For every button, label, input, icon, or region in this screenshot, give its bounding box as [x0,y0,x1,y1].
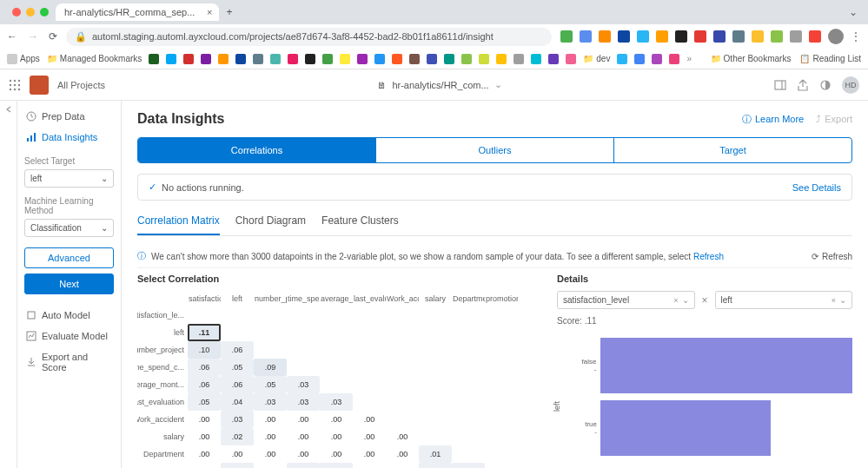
matrix-cell[interactable]: .03 [221,411,254,428]
ext-icon[interactable] [618,30,630,43]
matrix-cell[interactable] [320,324,353,341]
matrix-cell[interactable]: .00 [287,445,320,463]
matrix-cell[interactable] [419,393,452,411]
matrix-cell[interactable] [485,393,518,411]
ext-icon[interactable] [599,30,611,43]
clear-icon[interactable]: × [673,296,678,305]
matrix-cell[interactable]: .00 [188,445,221,463]
matrix-cell[interactable]: .00 [188,463,221,468]
matrix-cell[interactable] [452,428,485,445]
reload-button[interactable]: ⟳ [49,30,57,43]
matrix-cell[interactable] [485,463,518,468]
matrix-cell[interactable]: .05 [221,359,254,376]
matrix-cell[interactable]: .06 [221,376,254,393]
bookmark-icon[interactable] [617,54,627,64]
tab-target[interactable]: Target [614,138,851,162]
bookmark-icon[interactable] [531,54,541,64]
bookmark-icon[interactable] [461,54,472,64]
matrix-cell[interactable] [452,411,485,428]
profile-avatar-icon[interactable] [828,29,844,44]
refresh-link[interactable]: Refresh [693,252,724,261]
advanced-button[interactable]: Advanced [24,247,114,268]
learn-more-link[interactable]: ⓘLearn More [742,113,804,126]
matrix-cell[interactable]: .02 [221,428,254,445]
matrix-cell[interactable] [254,341,287,359]
matrix-cell[interactable]: .10 [188,341,221,359]
see-details-link[interactable]: See Details [792,182,841,193]
matrix-cell[interactable]: .03 [287,376,320,393]
matrix-cell[interactable] [287,359,320,376]
next-button[interactable]: Next [24,274,114,294]
matrix-cell[interactable] [452,393,485,411]
matrix-cell[interactable] [287,341,320,359]
matrix-cell[interactable] [485,428,518,445]
matrix-cell[interactable] [485,341,518,359]
matrix-cell[interactable]: .00 [353,411,386,428]
matrix-cell[interactable] [485,376,518,393]
matrix-cell[interactable] [221,307,254,324]
bookmark-icon[interactable] [183,54,194,64]
matrix-cell[interactable] [320,376,353,393]
chevron-down-icon[interactable]: ⌄ [844,6,863,18]
matrix-cell[interactable] [485,307,518,324]
matrix-cell[interactable]: .00 [287,411,320,428]
matrix-cell[interactable]: .00 [188,411,221,428]
bookmark-icon[interactable] [166,54,176,64]
matrix-cell[interactable]: .06 [188,376,221,393]
bookmark-icon[interactable] [322,54,333,64]
tab-outliers[interactable]: Outliers [376,138,614,162]
matrix-cell[interactable] [485,411,518,428]
sidebar-item-automodel[interactable]: Auto Model [24,305,114,326]
matrix-cell[interactable] [353,324,386,341]
managed-bookmarks[interactable]: 📁Managed Bookmarks [47,54,142,63]
matrix-cell[interactable]: .01 [320,463,353,468]
bookmark-icon[interactable] [340,54,350,64]
ext-icon[interactable] [656,30,668,43]
matrix-cell[interactable]: .01 [287,463,320,468]
menu-icon[interactable]: ⋮ [851,30,861,43]
refresh-button[interactable]: ⟳Refresh [812,252,852,261]
bookmark-icon[interactable] [374,54,385,64]
clear-icon[interactable]: × [832,296,836,305]
matrix-cell[interactable]: .05 [254,376,287,393]
back-button[interactable]: ← [7,30,17,43]
bookmark-icon[interactable] [514,54,524,64]
subtab-chord[interactable]: Chord Diagram [235,209,306,235]
matrix-cell[interactable] [386,359,419,376]
matrix-cell[interactable] [188,307,221,324]
matrix-cell[interactable] [386,376,419,393]
bookmark-icon[interactable] [548,54,559,64]
matrix-cell[interactable]: .00 [320,411,353,428]
ext-icon[interactable] [560,30,573,43]
matrix-cell[interactable]: .03 [254,393,287,411]
matrix-cell[interactable] [386,307,419,324]
bookmark-icon[interactable] [357,54,368,64]
bookmark-icon[interactable] [409,54,420,64]
matrix-cell[interactable]: .00 [386,463,419,468]
bookmark-icon[interactable] [427,54,437,64]
matrix-cell[interactable] [419,307,452,324]
matrix-cell[interactable] [386,393,419,411]
ext-icon[interactable] [809,30,821,43]
ext-icon[interactable] [694,30,706,43]
matrix-cell[interactable] [320,359,353,376]
minimize-window-icon[interactable] [26,8,35,16]
ext-icon[interactable] [752,30,764,43]
all-projects-link[interactable]: All Projects [57,80,105,90]
matrix-cell[interactable] [353,359,386,376]
matrix-cell[interactable]: .00 [254,411,287,428]
tab-correlations[interactable]: Correlations [138,138,376,162]
matrix-cell[interactable]: .01 [419,445,452,463]
matrix-cell[interactable]: .00 [386,428,419,445]
bookmark-icon[interactable] [305,54,315,64]
close-tab-icon[interactable]: × [207,7,212,17]
bookmark-icon[interactable] [496,54,507,64]
matrix-cell[interactable] [419,341,452,359]
matrix-cell[interactable] [452,359,485,376]
matrix-cell[interactable]: .00 [287,428,320,445]
bookmark-icon[interactable] [392,54,402,64]
matrix-cell[interactable] [452,307,485,324]
share-icon[interactable] [797,79,809,91]
matrix-cell[interactable]: .00 [320,428,353,445]
ext-icon[interactable] [790,30,802,43]
